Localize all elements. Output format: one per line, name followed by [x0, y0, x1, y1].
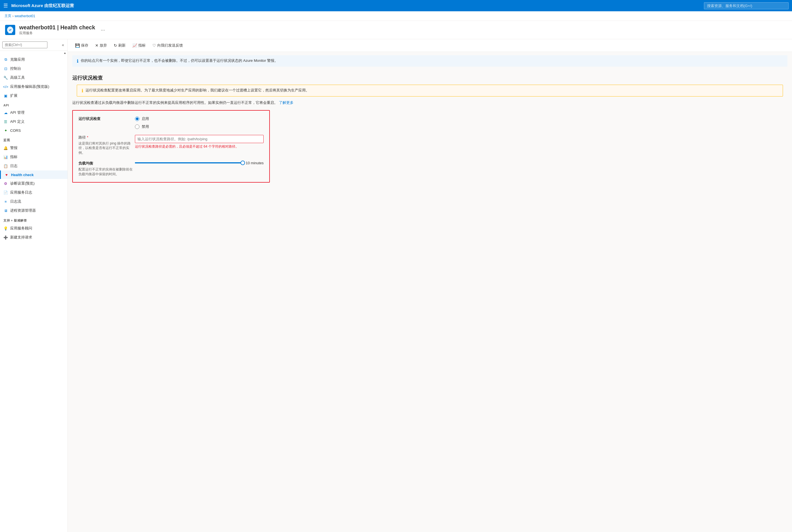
lb-desc: 配置运行不正常的实例在被删除前在负载均衡器中保留的时间。 — [78, 167, 135, 177]
page-description: 运行状况检查通过从负载均衡器中删除运行不正常的实例来提高应用程序的可用性。如果实… — [72, 100, 788, 106]
warning-banner: ℹ 运行状况检查配置更改将重启应用。为了最大限度地减少对生产应用的影响，我们建议… — [77, 85, 783, 96]
sidebar-item-log-stream[interactable]: ≡ 日志流 — [0, 197, 68, 206]
sidebar-item-app-service-logs[interactable]: 📄 应用服务日志 — [0, 188, 68, 197]
editor-icon: </> — [3, 84, 8, 89]
sidebar-label-extensions: 扩展 — [10, 93, 18, 98]
sidebar-item-clone-app[interactable]: ⧉ 克隆应用 — [0, 55, 68, 64]
sidebar-item-console[interactable]: ⊡ 控制台 — [0, 64, 68, 73]
slider-container: 10 minutes — [135, 161, 264, 165]
health-check-control-col: 启用 禁用 — [135, 116, 264, 129]
api-management-icon: ☁ — [3, 110, 8, 115]
warning-icon: ℹ — [81, 88, 83, 93]
sidebar-item-metrics[interactable]: 📊 指标 — [0, 152, 68, 162]
sidebar-label-app-editor: 应用服务编辑器(预览版) — [10, 84, 50, 89]
feedback-icon: ♡ — [152, 43, 156, 48]
sidebar-label-advanced-tools: 高级工具 — [10, 75, 25, 80]
sidebar-item-process-manager[interactable]: 🖥 进程资源管理器 — [0, 206, 68, 215]
sidebar-label-api-definition: API 定义 — [10, 119, 24, 124]
slider-value: 10 minutes — [246, 161, 264, 165]
console-icon: ⊡ — [3, 66, 8, 71]
breadcrumb-sep: › — [13, 14, 14, 18]
breadcrumb: 主页 › weatherbot01 — [0, 11, 792, 21]
info-icon: ℹ — [77, 58, 78, 64]
feedback-button[interactable]: ♡ 向我们发送反馈 — [150, 41, 186, 50]
sidebar-item-extensions[interactable]: ▣ 扩展 — [0, 91, 68, 100]
resource-header: weatherbot01 | Health check 应用服务 ··· — [0, 21, 792, 39]
main-layout: « ▲ ⧉ 克隆应用 ⊡ 控制台 🔧 高级工具 </> 应用服务编辑器(预览版)… — [0, 39, 792, 532]
sidebar-item-cors[interactable]: ✦ CORS — [0, 126, 68, 135]
path-desc: 这是我们将对其执行 ping 操作的路径，以检查是否有运行不正常的实例。 — [78, 141, 135, 155]
warning-text: 运行状况检查配置更改将重启应用。为了最大限度地减少对生产应用的影响，我们建议在一… — [86, 88, 309, 93]
sidebar-scroll-up: ▲ — [0, 51, 68, 55]
sidebar-item-health-check[interactable]: ♥ Health check — [0, 170, 68, 179]
sidebar-label-app-advisor: 应用服务顾问 — [10, 226, 32, 231]
sidebar-search-input[interactable] — [2, 41, 48, 48]
global-search-input[interactable] — [704, 2, 789, 9]
monitor-section-label: 监视 — [0, 135, 68, 144]
lb-label-col: 负载均衡 配置运行不正常的实例在被删除前在负载均衡器中保留的时间。 — [78, 161, 135, 177]
advisor-icon: 💡 — [3, 226, 8, 231]
cors-icon: ✦ — [3, 128, 8, 133]
sidebar-label-metrics: 指标 — [10, 154, 18, 159]
brand-name: Microsoft Azure 由世纪互联运营 — [11, 3, 701, 8]
learn-more-link[interactable]: 了解更多 — [279, 100, 294, 105]
slider-thumb[interactable] — [241, 160, 245, 165]
health-check-form-label: 运行状况检查 — [78, 117, 100, 121]
sidebar-item-api-management[interactable]: ☁ API 管理 — [0, 108, 68, 117]
log-stream-icon: ≡ — [3, 199, 8, 204]
health-check-icon: ♥ — [4, 172, 9, 177]
sidebar-label-diagnostic-settings: 诊断设置(预览) — [10, 181, 35, 186]
sidebar-collapse-button[interactable]: « — [61, 41, 65, 48]
sidebar: « ▲ ⧉ 克隆应用 ⊡ 控制台 🔧 高级工具 </> 应用服务编辑器(预览版)… — [0, 39, 68, 532]
sidebar-item-diagnostic-settings[interactable]: ⚙ 诊断设置(预览) — [0, 179, 68, 188]
sidebar-search-row: « — [0, 39, 68, 51]
sidebar-item-advanced-tools[interactable]: 🔧 高级工具 — [0, 73, 68, 82]
lb-control-col: 10 minutes — [135, 161, 264, 165]
metrics-icon: 📊 — [3, 155, 8, 159]
resource-title: weatherbot01 | Health check — [19, 24, 95, 31]
lb-label: 负载均衡 — [78, 161, 135, 166]
path-input[interactable] — [135, 135, 264, 143]
sidebar-label-cors: CORS — [10, 128, 21, 133]
save-button[interactable]: 💾 保存 — [72, 41, 91, 50]
breadcrumb-resource[interactable]: weatherbot01 — [15, 14, 35, 18]
enable-radio-label[interactable]: 启用 — [135, 116, 264, 121]
load-balance-row: 负载均衡 配置运行不正常的实例在被删除前在负载均衡器中保留的时间。 10 min… — [78, 161, 264, 177]
refresh-button[interactable]: ↻ 刷新 — [111, 41, 128, 50]
health-check-toggle-row: 运行状况检查 启用 禁用 — [78, 116, 264, 129]
path-error-message: 运行状况检查路径是必需的，且必须是不超过 64 个字符的相对路径。 — [135, 144, 264, 149]
sidebar-item-api-definition[interactable]: ☰ API 定义 — [0, 117, 68, 126]
sidebar-label-alerts: 警报 — [10, 145, 18, 150]
health-check-radio-group: 启用 禁用 — [135, 116, 264, 129]
disable-radio-label[interactable]: 禁用 — [135, 124, 264, 129]
sidebar-label-process-manager: 进程资源管理器 — [10, 208, 36, 213]
sidebar-label-logs: 日志 — [10, 164, 18, 169]
diagnostic-icon: ⚙ — [3, 181, 8, 186]
api-definition-icon: ☰ — [3, 119, 8, 124]
content-toolbar: 💾 保存 ✕ 放弃 ↻ 刷新 📈 指标 ♡ 向我们发送反馈 — [68, 39, 792, 52]
slider-track[interactable] — [135, 162, 243, 164]
path-label: 路径 * — [78, 135, 135, 140]
enable-radio-input[interactable] — [135, 117, 139, 121]
app-logs-icon: 📄 — [3, 190, 8, 195]
metrics-button[interactable]: 📈 指标 — [130, 41, 149, 50]
more-options-button[interactable]: ··· — [101, 27, 105, 33]
resource-icon — [4, 24, 16, 36]
disable-radio-input[interactable] — [135, 125, 139, 129]
api-section-label: API — [0, 100, 68, 108]
discard-icon: ✕ — [95, 43, 98, 48]
path-row: 路径 * 这是我们将对其执行 ping 操作的路径，以检查是否有运行不正常的实例… — [78, 135, 264, 155]
sidebar-label-api-management: API 管理 — [10, 110, 24, 115]
alert-icon: 🔔 — [3, 146, 8, 150]
tools-icon: 🔧 — [3, 75, 8, 80]
sidebar-item-new-support[interactable]: ➕ 新建支持请求 — [0, 233, 68, 242]
sidebar-item-app-editor[interactable]: </> 应用服务编辑器(预览版) — [0, 82, 68, 91]
top-navbar: ☰ Microsoft Azure 由世纪互联运营 — [0, 0, 792, 11]
page-content: 运行状况检查 ℹ 运行状况检查配置更改将重启应用。为了最大限度地减少对生产应用的… — [68, 70, 792, 187]
sidebar-item-logs[interactable]: 📋 日志 — [0, 162, 68, 170]
sidebar-item-alerts[interactable]: 🔔 警报 — [0, 144, 68, 152]
sidebar-item-app-advisor[interactable]: 💡 应用服务顾问 — [0, 224, 68, 233]
hamburger-menu[interactable]: ☰ — [3, 2, 8, 9]
breadcrumb-home[interactable]: 主页 — [4, 14, 11, 18]
discard-button[interactable]: ✕ 放弃 — [92, 41, 110, 50]
